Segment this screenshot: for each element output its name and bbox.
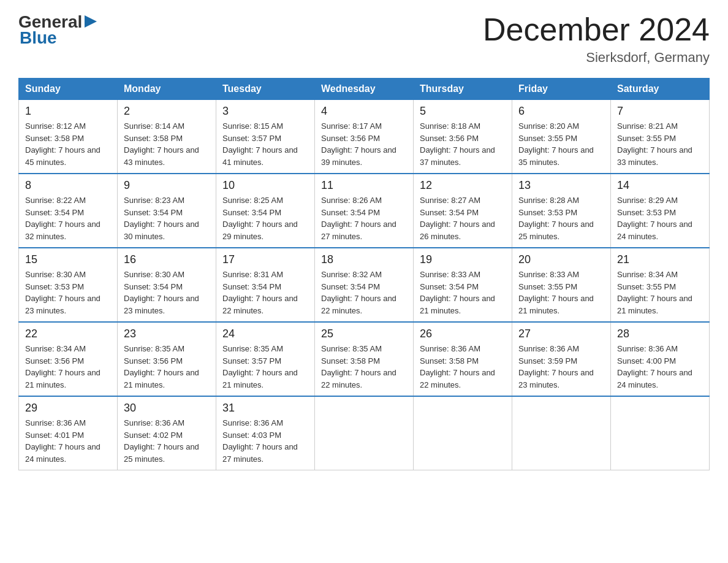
week-row-2: 8 Sunrise: 8:22 AMSunset: 3:54 PMDayligh… [19, 174, 710, 248]
day-cell: 30 Sunrise: 8:36 AMSunset: 4:02 PMDaylig… [118, 396, 216, 470]
logo: General Blue [18, 12, 100, 48]
day-number: 31 [222, 402, 308, 415]
day-cell: 29 Sunrise: 8:36 AMSunset: 4:01 PMDaylig… [19, 396, 118, 470]
day-cell: 19 Sunrise: 8:33 AMSunset: 3:54 PMDaylig… [414, 248, 512, 322]
day-info: Sunrise: 8:14 AMSunset: 3:58 PMDaylight:… [124, 121, 199, 167]
day-number: 6 [518, 105, 604, 118]
day-number: 24 [222, 327, 308, 340]
day-info: Sunrise: 8:22 AMSunset: 3:54 PMDaylight:… [25, 196, 100, 241]
day-cell: 13 Sunrise: 8:28 AMSunset: 3:53 PMDaylig… [512, 174, 611, 248]
day-number: 27 [518, 327, 604, 340]
logo-arrow-icon [83, 13, 100, 30]
day-info: Sunrise: 8:35 AMSunset: 3:58 PMDaylight:… [321, 344, 396, 389]
svg-marker-0 [85, 15, 97, 28]
day-cell: 27 Sunrise: 8:36 AMSunset: 3:59 PMDaylig… [512, 322, 611, 396]
day-number: 8 [25, 179, 111, 192]
header-cell-thursday: Thursday [414, 79, 512, 100]
day-info: Sunrise: 8:36 AMSunset: 4:02 PMDaylight:… [124, 418, 199, 464]
day-info: Sunrise: 8:33 AMSunset: 3:55 PMDaylight:… [518, 270, 594, 315]
day-number: 12 [420, 179, 506, 192]
day-cell: 24 Sunrise: 8:35 AMSunset: 3:57 PMDaylig… [216, 322, 315, 396]
day-info: Sunrise: 8:25 AMSunset: 3:54 PMDaylight:… [222, 196, 298, 241]
day-cell: 31 Sunrise: 8:36 AMSunset: 4:03 PMDaylig… [216, 396, 315, 470]
day-info: Sunrise: 8:32 AMSunset: 3:54 PMDaylight:… [321, 270, 396, 315]
day-info: Sunrise: 8:23 AMSunset: 3:54 PMDaylight:… [124, 196, 199, 241]
day-info: Sunrise: 8:26 AMSunset: 3:54 PMDaylight:… [321, 196, 396, 241]
header-cell-sunday: Sunday [19, 79, 118, 100]
day-number: 28 [617, 327, 703, 340]
day-number: 23 [124, 327, 210, 340]
day-number: 13 [518, 179, 604, 192]
week-row-4: 22 Sunrise: 8:34 AMSunset: 3:56 PMDaylig… [19, 322, 710, 396]
day-number: 19 [420, 253, 506, 266]
day-info: Sunrise: 8:34 AMSunset: 3:55 PMDaylight:… [617, 270, 692, 315]
day-info: Sunrise: 8:31 AMSunset: 3:54 PMDaylight:… [222, 270, 298, 315]
day-cell: 15 Sunrise: 8:30 AMSunset: 3:53 PMDaylig… [19, 248, 118, 322]
day-cell: 23 Sunrise: 8:35 AMSunset: 3:56 PMDaylig… [118, 322, 216, 396]
day-number: 29 [25, 402, 111, 415]
day-number: 17 [222, 253, 308, 266]
day-number: 21 [617, 253, 703, 266]
day-info: Sunrise: 8:36 AMSunset: 4:01 PMDaylight:… [25, 418, 100, 464]
week-row-5: 29 Sunrise: 8:36 AMSunset: 4:01 PMDaylig… [19, 396, 710, 470]
day-info: Sunrise: 8:35 AMSunset: 3:57 PMDaylight:… [222, 344, 298, 389]
day-info: Sunrise: 8:21 AMSunset: 3:55 PMDaylight:… [617, 121, 692, 167]
day-cell: 14 Sunrise: 8:29 AMSunset: 3:53 PMDaylig… [611, 174, 710, 248]
calendar-body: 1 Sunrise: 8:12 AMSunset: 3:58 PMDayligh… [19, 100, 710, 470]
day-info: Sunrise: 8:20 AMSunset: 3:55 PMDaylight:… [518, 121, 594, 167]
day-number: 4 [321, 105, 407, 118]
day-cell: 12 Sunrise: 8:27 AMSunset: 3:54 PMDaylig… [414, 174, 512, 248]
day-cell: 18 Sunrise: 8:32 AMSunset: 3:54 PMDaylig… [315, 248, 414, 322]
day-info: Sunrise: 8:15 AMSunset: 3:57 PMDaylight:… [222, 121, 298, 167]
header-cell-friday: Friday [512, 79, 611, 100]
day-number: 11 [321, 179, 407, 192]
day-cell: 8 Sunrise: 8:22 AMSunset: 3:54 PMDayligh… [19, 174, 118, 248]
day-info: Sunrise: 8:29 AMSunset: 3:53 PMDaylight:… [617, 196, 692, 241]
day-number: 20 [518, 253, 604, 266]
day-cell: 3 Sunrise: 8:15 AMSunset: 3:57 PMDayligh… [216, 100, 315, 174]
day-cell: 11 Sunrise: 8:26 AMSunset: 3:54 PMDaylig… [315, 174, 414, 248]
day-info: Sunrise: 8:28 AMSunset: 3:53 PMDaylight:… [518, 196, 594, 241]
day-cell: 22 Sunrise: 8:34 AMSunset: 3:56 PMDaylig… [19, 322, 118, 396]
day-info: Sunrise: 8:36 AMSunset: 4:00 PMDaylight:… [617, 344, 692, 389]
logo-blue-text: Blue [20, 28, 100, 48]
day-cell: 10 Sunrise: 8:25 AMSunset: 3:54 PMDaylig… [216, 174, 315, 248]
day-number: 22 [25, 327, 111, 340]
day-number: 25 [321, 327, 407, 340]
day-number: 26 [420, 327, 506, 340]
title-area: December 2024 Sierksdorf, Germany [483, 12, 710, 66]
day-cell: 6 Sunrise: 8:20 AMSunset: 3:55 PMDayligh… [512, 100, 611, 174]
week-row-3: 15 Sunrise: 8:30 AMSunset: 3:53 PMDaylig… [19, 248, 710, 322]
day-cell: 25 Sunrise: 8:35 AMSunset: 3:58 PMDaylig… [315, 322, 414, 396]
day-info: Sunrise: 8:27 AMSunset: 3:54 PMDaylight:… [420, 196, 495, 241]
day-cell [512, 396, 611, 470]
day-info: Sunrise: 8:33 AMSunset: 3:54 PMDaylight:… [420, 270, 495, 315]
day-number: 18 [321, 253, 407, 266]
day-number: 10 [222, 179, 308, 192]
day-cell: 20 Sunrise: 8:33 AMSunset: 3:55 PMDaylig… [512, 248, 611, 322]
day-number: 14 [617, 179, 703, 192]
calendar-title: December 2024 [483, 12, 710, 47]
day-number: 16 [124, 253, 210, 266]
header-cell-monday: Monday [118, 79, 216, 100]
calendar-subtitle: Sierksdorf, Germany [483, 50, 710, 66]
day-number: 5 [420, 105, 506, 118]
day-info: Sunrise: 8:36 AMSunset: 3:58 PMDaylight:… [420, 344, 495, 389]
day-number: 1 [25, 105, 111, 118]
day-cell: 1 Sunrise: 8:12 AMSunset: 3:58 PMDayligh… [19, 100, 118, 174]
day-info: Sunrise: 8:34 AMSunset: 3:56 PMDaylight:… [25, 344, 100, 389]
day-cell [315, 396, 414, 470]
page-header: General Blue December 2024 Sierksdorf, G… [18, 12, 710, 66]
day-info: Sunrise: 8:12 AMSunset: 3:58 PMDaylight:… [25, 121, 100, 167]
day-cell: 5 Sunrise: 8:18 AMSunset: 3:56 PMDayligh… [414, 100, 512, 174]
day-info: Sunrise: 8:18 AMSunset: 3:56 PMDaylight:… [420, 121, 495, 167]
day-cell [414, 396, 512, 470]
calendar-table: SundayMondayTuesdayWednesdayThursdayFrid… [18, 78, 710, 470]
day-info: Sunrise: 8:30 AMSunset: 3:54 PMDaylight:… [124, 270, 199, 315]
day-number: 2 [124, 105, 210, 118]
day-cell: 17 Sunrise: 8:31 AMSunset: 3:54 PMDaylig… [216, 248, 315, 322]
day-number: 30 [124, 402, 210, 415]
day-info: Sunrise: 8:17 AMSunset: 3:56 PMDaylight:… [321, 121, 396, 167]
day-number: 15 [25, 253, 111, 266]
day-cell: 9 Sunrise: 8:23 AMSunset: 3:54 PMDayligh… [118, 174, 216, 248]
